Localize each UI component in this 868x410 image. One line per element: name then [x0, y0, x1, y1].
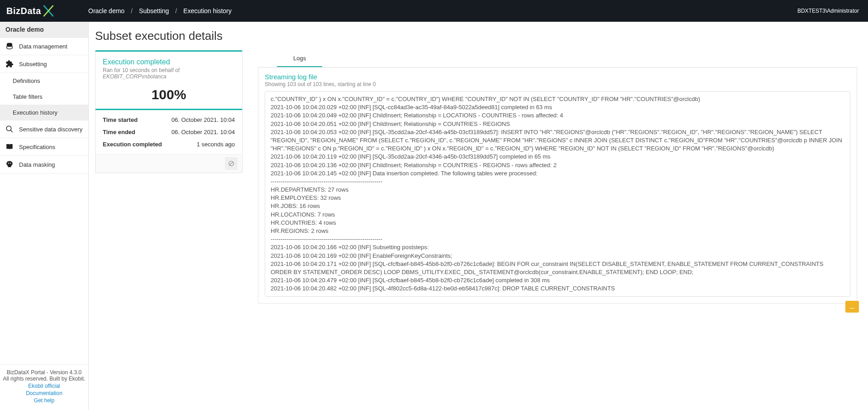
puzzle-icon: [5, 60, 14, 68]
execution-status-title: Execution completed: [103, 58, 235, 66]
log-line: 2021-10-06 10:04:20.136 +02:00 [INF] Chi…: [271, 161, 844, 169]
log-line: HR.COUNTRIES: 4 rows: [271, 219, 844, 227]
log-line: 2021-10-06 10:04:20.053 +02:00 [INF] [SQ…: [271, 128, 844, 153]
svg-line-4: [230, 162, 233, 165]
breadcrumb-item[interactable]: Execution history: [183, 7, 232, 14]
time-ended-value: 06. October 2021. 10:04: [172, 129, 235, 135]
sidebar: Oracle demo Data management Subsetting D…: [0, 22, 89, 410]
user-label[interactable]: BDXTEST3\Administrator: [797, 8, 859, 14]
book-icon: [5, 143, 14, 151]
footer-version: BizDataX Portal - Version 4.3.0: [3, 369, 86, 376]
log-line: 2021-10-06 10:04:20.169 +02:00 [INF] Ena…: [271, 252, 844, 260]
footer-link-docs[interactable]: Documentation: [3, 390, 86, 396]
nav-label: Sensitive data discovery: [19, 126, 82, 133]
log-line: HR.EMPLOYEES: 32 rows: [271, 194, 844, 202]
breadcrumb-sep: /: [131, 7, 133, 14]
cancel-icon: [228, 160, 234, 167]
log-line: ----------------------------------------…: [271, 235, 844, 243]
log-line: 2021-10-06 10:04:20.119 +02:00 [INF] [SQ…: [271, 153, 844, 161]
nav-label: Data management: [19, 43, 67, 50]
search-icon: [5, 125, 14, 133]
log-line: 2021-10-06 10:04:20.166 +02:00 [INF] Sub…: [271, 243, 844, 251]
breadcrumb-item[interactable]: Oracle demo: [88, 7, 124, 14]
execution-subtitle: Ran for 10 seconds on behalf of EKOBIT_C…: [103, 67, 235, 80]
brand-text: BizData: [6, 6, 41, 16]
tab-logs[interactable]: Logs: [277, 50, 322, 67]
svg-point-1: [6, 126, 11, 131]
log-line: ----------------------------------------…: [271, 178, 844, 186]
log-line: 2021-10-06 10:04:20.145 +02:00 [INF] Dat…: [271, 169, 844, 178]
log-line: 2021-10-06 10:04:20.482 +02:00 [INF] [SQ…: [271, 285, 844, 293]
log-subtitle: Showing 103 out of 103 lines, starting a…: [265, 81, 850, 87]
log-line: HR.DEPARTMENTS: 27 rows: [271, 186, 844, 194]
page-title: Subset execution details: [95, 29, 857, 43]
breadcrumb-sep: /: [175, 7, 177, 14]
footer-link-help[interactable]: Get help: [3, 397, 86, 404]
topbar: BizData Oracle demo / Subsetting / Execu…: [0, 0, 868, 22]
breadcrumb: Oracle demo / Subsetting / Execution his…: [88, 7, 232, 14]
nav-label: Data masking: [19, 161, 55, 168]
cancel-execution-button[interactable]: [225, 157, 238, 170]
database-icon: [5, 42, 14, 50]
nav-data-management[interactable]: Data management: [0, 38, 88, 55]
brand-logo[interactable]: BizData: [0, 5, 88, 17]
log-line: 2021-10-06 10:04:20.051 +02:00 [INF] Chi…: [271, 120, 844, 128]
log-line: HR.JOBS: 16 rows: [271, 202, 844, 210]
nav-subsetting[interactable]: Subsetting: [0, 55, 88, 73]
nav-label: Execution history: [13, 109, 57, 116]
time-ended-label: Time ended: [103, 129, 135, 135]
execution-completed-label: Execution completed: [103, 141, 162, 148]
log-line: 2021-10-06 10:04:20.171 +02:00 [INF] [SQ…: [271, 260, 844, 276]
footer-link-official[interactable]: Ekobit official: [3, 383, 86, 389]
log-line: 2021-10-06 10:04:20.029 +02:00 [INF] [SQ…: [271, 103, 844, 111]
footer-rights: All rights reserved. Built by Ekobit.: [3, 376, 86, 382]
execution-user: EKOBIT_CORP\mbolanca: [103, 73, 167, 80]
nav: Data management Subsetting Definitions T…: [0, 38, 88, 364]
download-log-button[interactable]: [845, 301, 859, 313]
execution-percent: 100%: [103, 87, 235, 102]
log-section: Logs Streaming log file Showing 103 out …: [258, 50, 857, 304]
log-line: HR.LOCATIONS: 7 rows: [271, 211, 844, 219]
execution-card: Execution completed Ran for 10 seconds o…: [95, 50, 243, 173]
nav-label: Specifications: [19, 144, 55, 150]
tabbar: Logs: [258, 50, 857, 68]
nav-label: Table filters: [13, 93, 43, 100]
sidebar-footer: BizDataX Portal - Version 4.3.0 All righ…: [0, 364, 88, 410]
execution-subtitle-prefix: Ran for 10 seconds on behalf of: [103, 67, 180, 73]
time-started-value: 06. October 2021. 10:04: [172, 116, 235, 123]
log-output[interactable]: c."COUNTRY_ID" ) x ON x."COUNTRY_ID" = c…: [265, 91, 850, 297]
nav-definitions[interactable]: Definitions: [0, 73, 88, 89]
brand-x-icon: [42, 5, 55, 17]
sidebar-title: Oracle demo: [0, 22, 88, 38]
execution-completed-value: 1 seconds ago: [196, 141, 235, 148]
nav-specifications[interactable]: Specifications: [0, 138, 88, 156]
download-icon: [849, 304, 855, 310]
nav-table-filters[interactable]: Table filters: [0, 89, 88, 105]
log-line: 2021-10-06 10:04:20.049 +02:00 [INF] Chi…: [271, 111, 844, 120]
nav-label: Subsetting: [19, 61, 47, 68]
log-line: c."COUNTRY_ID" ) x ON x."COUNTRY_ID" = c…: [271, 95, 844, 103]
breadcrumb-item[interactable]: Subsetting: [139, 7, 169, 14]
nav-discovery[interactable]: Sensitive data discovery: [0, 121, 88, 138]
mask-icon: [5, 160, 14, 169]
log-line: HR.REGIONS: 2 rows: [271, 227, 844, 235]
log-line: 2021-10-06 10:04:20.479 +02:00 [INF] [SQ…: [271, 276, 844, 285]
svg-line-2: [10, 130, 13, 132]
nav-label: Definitions: [13, 77, 40, 84]
nav-execution-history[interactable]: Execution history: [0, 105, 88, 121]
main: Subset execution details Execution compl…: [89, 22, 868, 410]
time-started-label: Time started: [103, 116, 138, 123]
nav-masking[interactable]: Data masking: [0, 156, 88, 174]
log-title: Streaming log file: [265, 73, 850, 81]
